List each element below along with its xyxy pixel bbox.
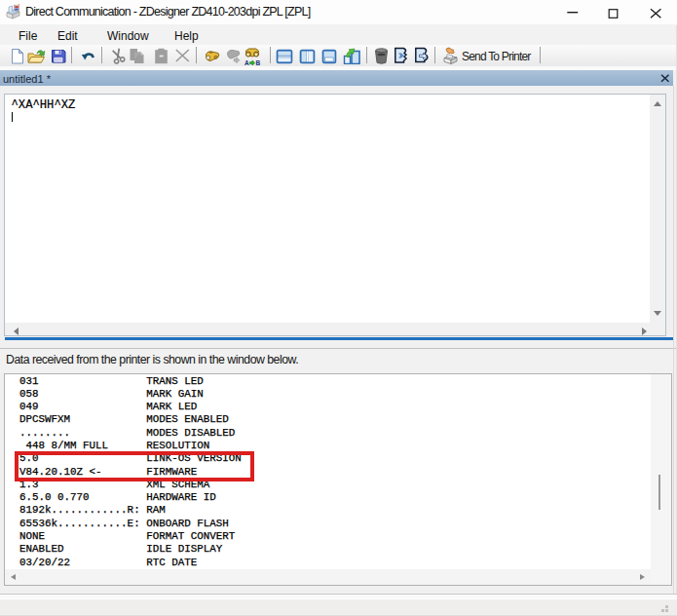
svg-text:B: B [256, 59, 261, 66]
svg-text:A: A [244, 59, 249, 66]
